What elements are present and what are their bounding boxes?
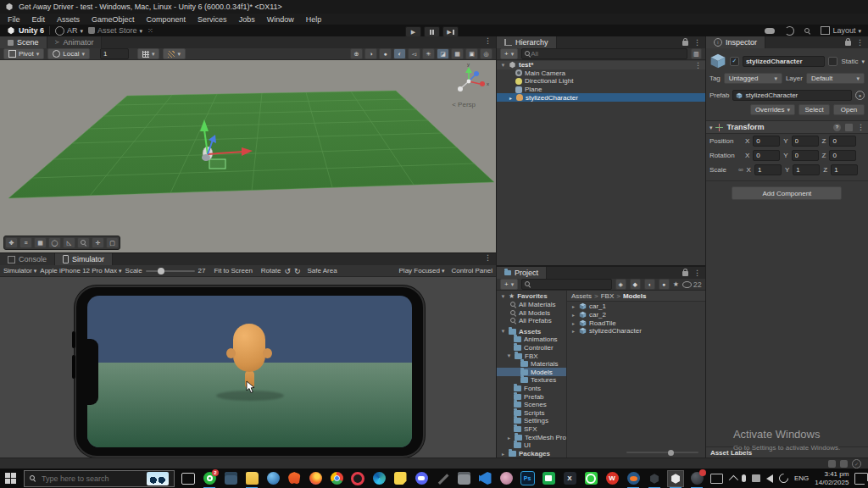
file-car-2[interactable]: ▸car_2 xyxy=(567,311,705,319)
lock-icon[interactable] xyxy=(682,271,688,276)
asset-store-dropdown[interactable]: Asset Store▾ xyxy=(88,26,142,35)
grid-visibility-icon[interactable]: ▦ xyxy=(451,48,464,59)
taskbar-unity-hub[interactable] xyxy=(647,471,662,486)
tree-favorites[interactable]: ▼★Favorites xyxy=(497,292,566,301)
tool-settings-icon[interactable]: ⊕ xyxy=(350,48,363,59)
display-icon[interactable] xyxy=(752,474,760,482)
play-focused-dropdown[interactable]: Play Focused▾ xyxy=(399,267,445,274)
tree-packages[interactable]: ▸Packages xyxy=(497,449,566,458)
simulator-mode-dropdown[interactable]: Simulator▾ xyxy=(3,267,36,274)
tree-assets[interactable]: ▼Assets xyxy=(497,328,566,336)
taskbar-blender[interactable] xyxy=(626,471,641,486)
build-target-dropdown[interactable]: AR▾ xyxy=(55,26,83,36)
presets-icon[interactable] xyxy=(845,124,853,131)
view-options-icon[interactable]: ≡ xyxy=(19,237,32,248)
undo-history-icon[interactable] xyxy=(785,26,794,36)
network-icon[interactable] xyxy=(777,472,791,485)
breadcrumb-fbx[interactable]: FBX xyxy=(601,292,615,300)
menu-file[interactable]: File xyxy=(2,15,26,24)
overrides-dropdown[interactable]: Overrides▾ xyxy=(750,104,795,115)
search-by-type-icon[interactable]: ◈ xyxy=(615,279,626,290)
object-picker-icon[interactable]: ● xyxy=(855,91,865,100)
lock-icon[interactable] xyxy=(682,41,688,46)
search-tool-icon[interactable] xyxy=(77,237,90,248)
taskbar-vscode[interactable] xyxy=(477,471,492,486)
tree-all-prefabs[interactable]: All Prefabs xyxy=(497,317,566,325)
position-y-field[interactable] xyxy=(792,136,819,147)
menu-help[interactable]: Help xyxy=(300,15,328,24)
multiplayer-icon[interactable]: ⁙ xyxy=(147,27,153,35)
taskbar-chrome[interactable] xyxy=(329,471,344,486)
scale-link-icon[interactable]: ∞ xyxy=(738,166,743,174)
hierarchy-item-stylizedcharacter[interactable]: ▸ stylizedCharacter xyxy=(497,93,705,102)
taskbar-firefox[interactable] xyxy=(308,471,323,486)
breadcrumb-models[interactable]: Models xyxy=(623,292,647,300)
tree-prefab[interactable]: Prefab xyxy=(497,392,566,401)
help-icon[interactable]: ? xyxy=(833,124,841,131)
active-checkbox[interactable]: ✓ xyxy=(730,57,739,66)
tab-console[interactable]: Console xyxy=(0,253,55,265)
tree-animations[interactable]: Animations xyxy=(497,336,566,344)
rotate-ccw-button[interactable]: ↺ xyxy=(284,267,291,275)
hierarchy-item-main-camera[interactable]: Main Camera xyxy=(497,69,705,78)
project-search-input[interactable] xyxy=(521,279,612,290)
grid-size-field[interactable]: 1 xyxy=(100,48,129,59)
tree-fonts[interactable]: Fonts xyxy=(497,385,566,393)
gameobject-name-field[interactable] xyxy=(743,56,826,67)
prefab-object-field[interactable]: stylizedCharacter xyxy=(732,90,852,101)
position-x-field[interactable] xyxy=(753,136,780,147)
taskbar-whatsapp[interactable]: 2 xyxy=(202,471,217,486)
tree-materials[interactable]: Materials xyxy=(497,360,566,369)
simulator-panel-menu-icon[interactable]: ⋮ xyxy=(480,253,496,265)
tree-sfx[interactable]: SFX xyxy=(497,425,566,434)
open-button[interactable]: Open xyxy=(833,104,865,115)
label-icon[interactable]: ◖ xyxy=(644,279,655,290)
taskbar-search[interactable] xyxy=(24,470,175,487)
taskbar-sticky-notes[interactable] xyxy=(392,471,408,486)
tree-all-models[interactable]: All Models xyxy=(497,308,566,317)
lock-icon[interactable] xyxy=(845,41,851,46)
static-dropdown-icon[interactable]: ▾ xyxy=(861,58,865,64)
menu-assets[interactable]: Assets xyxy=(51,15,86,24)
taskbar-brain-app[interactable] xyxy=(498,471,514,486)
tab-simulator[interactable]: Simulator xyxy=(55,253,113,265)
effects-toggle-icon[interactable]: ✳ xyxy=(422,48,435,59)
tree-ui[interactable]: UI xyxy=(497,441,566,450)
taskbar-epic-games[interactable] xyxy=(689,471,704,486)
static-checkbox[interactable] xyxy=(828,57,837,66)
scene-row[interactable]: ▼ test* ⋮ xyxy=(497,61,705,69)
tree-all-materials[interactable]: All Materials xyxy=(497,301,566,309)
grid-tool-icon[interactable]: ▦ xyxy=(34,237,47,248)
tag-dropdown[interactable]: Untagged▾ xyxy=(724,73,782,84)
shaded-mode-icon[interactable]: ◑ xyxy=(364,48,377,59)
taskbar-xsplit[interactable]: X xyxy=(562,471,577,486)
taskbar-photoshop[interactable]: Ps xyxy=(520,471,535,486)
2d-toggle-icon[interactable]: ● xyxy=(379,48,392,59)
taskbar-calculator[interactable] xyxy=(223,471,238,486)
menu-gameobject[interactable]: GameObject xyxy=(86,15,141,24)
hierarchy-menu-icon[interactable]: ⋮ xyxy=(693,38,701,47)
taskbar-file-explorer[interactable] xyxy=(244,471,259,486)
scale-z-field[interactable] xyxy=(831,164,858,175)
component-menu-icon[interactable]: ⋮ xyxy=(857,123,865,131)
snap-increment-dropdown[interactable]: ▾ xyxy=(163,48,186,59)
hierarchy-item-plane[interactable]: Plane xyxy=(497,86,705,94)
rotate-cw-button[interactable]: ↻ xyxy=(294,267,301,275)
touch-keyboard-icon[interactable] xyxy=(710,474,723,484)
tree-textures[interactable]: Textures xyxy=(497,376,566,385)
gizmos-dropdown-icon[interactable]: ◎ xyxy=(480,48,492,59)
scene-viewport[interactable]: y x < Persp ✥ ≡ ▦ ◯ ◺ ✛ ▢ xyxy=(0,60,496,252)
taskbar-opera[interactable] xyxy=(350,471,365,486)
hierarchy-search-input[interactable] xyxy=(521,48,687,59)
taskbar-remote-window[interactable] xyxy=(456,471,471,486)
taskbar-discord[interactable] xyxy=(414,471,429,486)
hierarchy-add-button[interactable]: +▾ xyxy=(500,48,518,59)
transform-header[interactable]: ▾ Transform ? ⋮ xyxy=(706,120,868,134)
tree-textmesh-pro[interactable]: ▸TextMesh Pro xyxy=(497,433,566,441)
sphere-tool-icon[interactable]: ◯ xyxy=(48,237,61,248)
fit-to-screen-button[interactable]: Fit to Screen xyxy=(214,267,252,274)
device-dropdown[interactable]: Apple iPhone 12 Pro Max▾ xyxy=(40,267,121,274)
safe-area-toggle[interactable]: Safe Area xyxy=(308,267,337,274)
scale-slider-thumb[interactable] xyxy=(158,268,164,274)
handle-rotation-dropdown[interactable]: Local▾ xyxy=(47,48,90,59)
